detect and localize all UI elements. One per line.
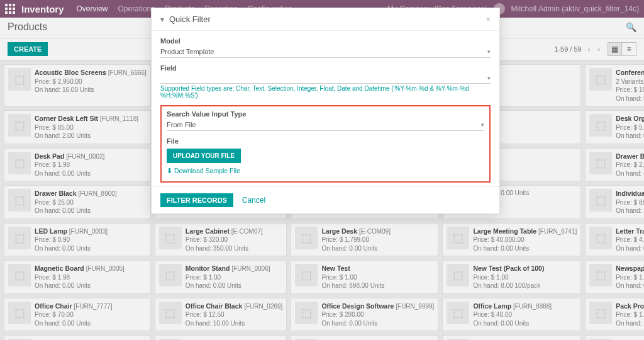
file-label: File xyxy=(167,137,484,145)
svit-label: Search Value Input Type xyxy=(167,110,484,118)
field-select[interactable]: ▾ xyxy=(160,73,491,84)
model-label: Model xyxy=(160,37,491,45)
caret-down-icon: ▾ xyxy=(487,48,491,55)
model-select[interactable]: Product Template ▾ xyxy=(160,46,491,58)
caret-down-icon: ▾ xyxy=(487,75,491,81)
filter-records-button[interactable]: FILTER RECORDS xyxy=(160,193,233,207)
caret-down-icon: ▾ xyxy=(481,122,484,128)
quick-filter-modal: ▾ Quick Filter × Model Product Template … xyxy=(151,8,500,214)
upload-file-button[interactable]: UPLOAD YOUR FILE xyxy=(167,149,241,163)
download-sample-link[interactable]: ⬇ Download Sample File xyxy=(167,167,240,174)
cancel-button[interactable]: Cancel xyxy=(242,196,265,205)
field-help-text: Supported Field types are: Char, Text, S… xyxy=(160,85,491,99)
close-icon[interactable]: × xyxy=(486,15,491,24)
highlight-box: Search Value Input Type From File ▾ File… xyxy=(160,105,491,183)
svit-select[interactable]: From File ▾ xyxy=(167,119,484,131)
filter-icon: ▾ xyxy=(160,15,164,24)
modal-title: Quick Filter xyxy=(169,14,486,24)
field-label: Field xyxy=(160,64,491,72)
